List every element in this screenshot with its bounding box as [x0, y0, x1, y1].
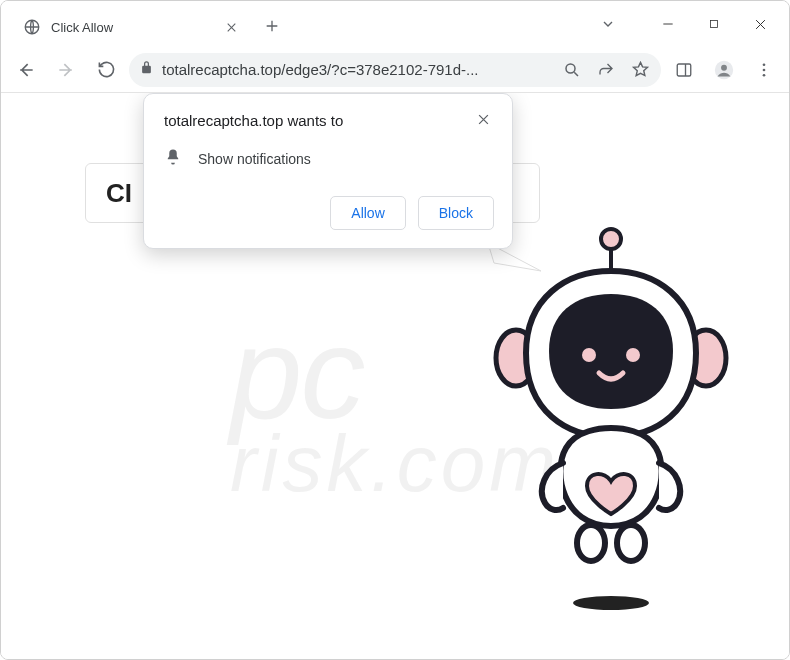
svg-point-17 — [617, 525, 645, 561]
browser-tab[interactable]: Click Allow — [11, 7, 251, 47]
profile-button[interactable] — [707, 53, 741, 87]
svg-rect-3 — [677, 64, 691, 76]
block-button[interactable]: Block — [418, 196, 494, 230]
robot-illustration — [471, 223, 741, 623]
browser-window: Click Allow — [0, 0, 790, 660]
svg-point-7 — [763, 68, 766, 71]
lock-icon[interactable] — [139, 60, 154, 79]
svg-point-14 — [582, 348, 596, 362]
close-icon[interactable] — [476, 112, 494, 130]
svg-point-8 — [763, 73, 766, 76]
menu-button[interactable] — [747, 53, 781, 87]
reload-button[interactable] — [89, 53, 123, 87]
window-close-button[interactable] — [737, 1, 783, 47]
tab-title: Click Allow — [51, 20, 213, 35]
window-minimize-button[interactable] — [645, 1, 691, 47]
forward-button — [49, 53, 83, 87]
chevron-down-icon[interactable] — [591, 1, 625, 47]
titlebar: Click Allow — [1, 1, 789, 47]
permission-item-label: Show notifications — [198, 151, 311, 167]
svg-point-6 — [763, 63, 766, 66]
svg-point-16 — [577, 525, 605, 561]
permission-origin-text: totalrecaptcha.top wants to — [164, 112, 343, 129]
allow-button[interactable]: Allow — [330, 196, 405, 230]
svg-point-15 — [626, 348, 640, 362]
svg-point-11 — [601, 229, 621, 249]
address-bar[interactable] — [129, 53, 661, 87]
zoom-icon[interactable] — [559, 57, 585, 83]
tab-close-icon[interactable] — [223, 19, 239, 35]
bell-icon — [164, 148, 182, 170]
page-banner-text: CI — [106, 178, 132, 209]
watermark-line1: pc — [230, 300, 363, 446]
svg-point-9 — [573, 596, 649, 610]
back-button[interactable] — [9, 53, 43, 87]
svg-rect-1 — [711, 21, 718, 28]
globe-icon — [23, 18, 41, 36]
side-panel-button[interactable] — [667, 53, 701, 87]
window-controls — [591, 1, 789, 47]
window-maximize-button[interactable] — [691, 1, 737, 47]
new-tab-button[interactable] — [257, 11, 287, 41]
browser-toolbar — [1, 47, 789, 93]
page-content: pc risk.com CI — [1, 93, 789, 659]
star-icon[interactable] — [627, 57, 653, 83]
svg-point-2 — [566, 64, 575, 73]
svg-point-5 — [721, 64, 727, 70]
titlebar-spacer — [287, 1, 591, 47]
share-icon[interactable] — [593, 57, 619, 83]
url-input[interactable] — [162, 61, 551, 78]
notification-permission-dialog: totalrecaptcha.top wants to Show notific… — [143, 93, 513, 249]
